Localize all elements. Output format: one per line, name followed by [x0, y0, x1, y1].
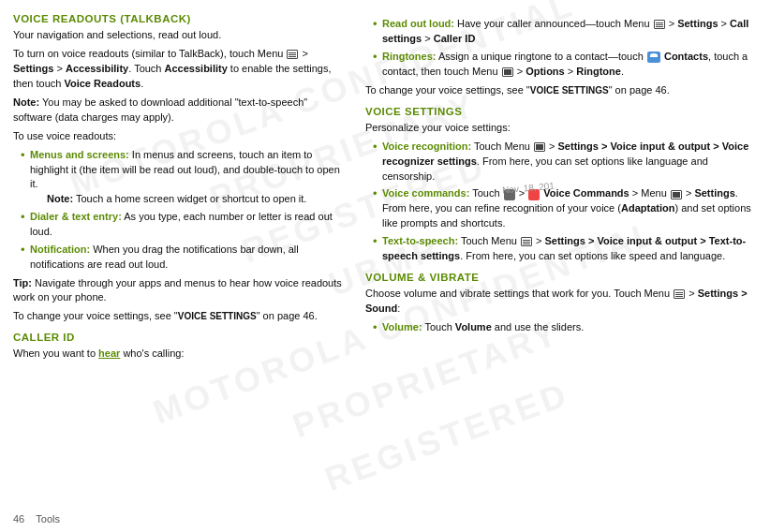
- footer-label: Tools: [36, 513, 60, 525]
- voice-settings-section: Voice Settings Personalize your voice se…: [365, 106, 757, 264]
- menu-icon-7: [674, 289, 685, 299]
- menu-icon-4: [534, 142, 545, 152]
- voice-recog-label: Voice recognition:: [382, 140, 471, 152]
- voice-settings-title: Voice Settings: [365, 106, 757, 117]
- change-voice-ref-left: To change your voice settings, see "VOIC…: [13, 309, 347, 324]
- caller-id-title: Caller ID: [13, 332, 347, 343]
- contacts-icon: [647, 52, 660, 63]
- bullet2-label: Dialer & text entry:: [30, 211, 122, 222]
- turn-on-text: To turn on voice readouts (similar to Ta…: [13, 47, 347, 92]
- caller-id-bullets: Read out loud: Have your caller announce…: [373, 17, 757, 80]
- voice-settings-intro: Personalize your voice settings:: [365, 121, 757, 136]
- bullet-menus-screens: Menus and screens: In menus and screens,…: [21, 148, 347, 207]
- read-loud-label: Read out loud:: [382, 18, 454, 29]
- menu-icon-6: [521, 237, 532, 246]
- change-voice-ref-right: To change your voice settings, see "VOIC…: [365, 83, 757, 98]
- sub-note: Note: Touch a home screen widget or shor…: [47, 192, 347, 206]
- bullet-notification: Notification: When you drag the notifica…: [21, 243, 347, 273]
- caller-id-text: When you want to hear who's calling:: [13, 347, 347, 362]
- bullet-voice-recognition: Voice recognition: Touch Menu > Settings…: [373, 140, 757, 185]
- page-container: MOTOROLA CONFIDENTIAL PROPRIETARY REGIST…: [0, 0, 770, 532]
- menu-icon-5: [671, 190, 682, 200]
- tts-label: Text-to-speech:: [382, 235, 458, 246]
- volume-vibrate-section: Volume & Vibrate Choose volume and vibra…: [365, 272, 757, 335]
- note-text: Note: You may be asked to download addit…: [13, 96, 347, 126]
- voice-settings-bullets: Voice recognition: Touch Menu > Settings…: [373, 140, 757, 265]
- right-column: Read out loud: Have your caller announce…: [356, 0, 770, 532]
- bullet-ringtones: Ringtones: Assign a unique ringtone to a…: [373, 50, 757, 80]
- intro-text: Your navigation and selections, read out…: [13, 28, 347, 43]
- volume-vibrate-title: Volume & Vibrate: [365, 272, 757, 283]
- bullet-voice-commands: Voice commands: Touch > Voice Commands >…: [373, 186, 757, 231]
- left-column: Voice Readouts (TalkBack) Your navigatio…: [0, 0, 356, 532]
- page-footer: 46 Tools: [13, 513, 60, 525]
- voice-commands-label: Voice commands:: [382, 187, 469, 199]
- page-number: 46: [13, 513, 24, 525]
- ringtones-label: Ringtones:: [382, 51, 436, 62]
- readouts-bullet-list: Menus and screens: In menus and screens,…: [21, 148, 347, 273]
- bullet-tts: Text-to-speech: Touch Menu > Settings > …: [373, 234, 757, 264]
- caller-id-section: Caller ID When you want to hear who's ca…: [13, 332, 347, 362]
- volume-vibrate-intro: Choose volume and vibrate settings that …: [365, 287, 757, 317]
- menu-icon-2: [654, 20, 665, 29]
- bullet-read-loud: Read out loud: Have your caller announce…: [373, 17, 757, 47]
- menu-icon-3: [502, 67, 513, 77]
- tip-text: Tip: Navigate through your apps and menu…: [13, 276, 347, 306]
- bullet-dialer: Dialer & text entry: As you type, each n…: [21, 210, 347, 240]
- volume-bullets: Volume: Touch Volume and use the sliders…: [373, 320, 757, 335]
- volume-label: Volume:: [382, 321, 422, 332]
- bullet1-label: Menus and screens:: [30, 149, 129, 160]
- voice-readouts-title: Voice Readouts (TalkBack): [13, 13, 347, 24]
- bullet3-label: Notification:: [30, 244, 90, 255]
- menu-icon: [287, 50, 298, 59]
- bullet-volume: Volume: Touch Volume and use the sliders…: [373, 320, 757, 335]
- use-readouts-text: To use voice readouts:: [13, 129, 347, 144]
